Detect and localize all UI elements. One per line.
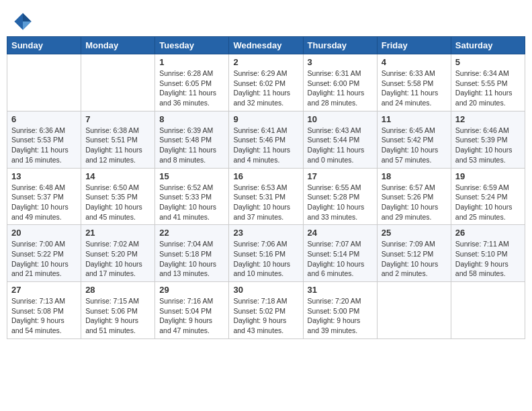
day-info: Sunrise: 6:52 AM Sunset: 5:33 PM Dayligh… [159, 183, 224, 222]
calendar-cell: 2Sunrise: 6:29 AM Sunset: 6:02 PM Daylig… [229, 54, 303, 111]
day-number: 16 [233, 171, 298, 181]
day-number: 19 [455, 171, 521, 181]
calendar-cell: 14Sunrise: 6:50 AM Sunset: 5:35 PM Dayli… [81, 168, 155, 225]
day-info: Sunrise: 7:06 AM Sunset: 5:16 PM Dayligh… [233, 239, 298, 279]
calendar-cell: 1Sunrise: 6:28 AM Sunset: 6:05 PM Daylig… [155, 54, 229, 111]
day-number: 22 [159, 228, 224, 238]
col-header-wednesday: Wednesday [229, 37, 303, 54]
calendar-cell: 20Sunrise: 7:00 AM Sunset: 5:22 PM Dayli… [7, 225, 81, 282]
calendar-cell: 21Sunrise: 7:02 AM Sunset: 5:20 PM Dayli… [81, 225, 155, 282]
calendar-cell: 10Sunrise: 6:43 AM Sunset: 5:44 PM Dayli… [303, 111, 377, 168]
day-number: 2 [233, 57, 298, 67]
day-info: Sunrise: 7:09 AM Sunset: 5:12 PM Dayligh… [382, 239, 447, 279]
day-number: 6 [11, 114, 77, 124]
calendar-cell: 22Sunrise: 7:04 AM Sunset: 5:18 PM Dayli… [155, 225, 229, 282]
calendar-cell: 29Sunrise: 7:16 AM Sunset: 5:04 PM Dayli… [155, 282, 229, 339]
calendar-cell: 17Sunrise: 6:55 AM Sunset: 5:28 PM Dayli… [303, 168, 377, 225]
day-number: 24 [308, 228, 373, 238]
day-number: 17 [308, 171, 373, 181]
logo-icon [13, 12, 32, 31]
calendar-cell: 3Sunrise: 6:31 AM Sunset: 6:00 PM Daylig… [303, 54, 377, 111]
calendar-cell: 18Sunrise: 6:57 AM Sunset: 5:26 PM Dayli… [377, 168, 451, 225]
calendar-cell: 27Sunrise: 7:13 AM Sunset: 5:08 PM Dayli… [7, 282, 81, 339]
day-number: 8 [159, 114, 224, 124]
day-number: 26 [455, 228, 521, 238]
calendar-table: SundayMondayTuesdayWednesdayThursdayFrid… [7, 36, 525, 339]
calendar-cell: 16Sunrise: 6:53 AM Sunset: 5:31 PM Dayli… [229, 168, 303, 225]
day-info: Sunrise: 6:57 AM Sunset: 5:26 PM Dayligh… [382, 183, 447, 222]
day-number: 10 [308, 114, 373, 124]
day-number: 9 [233, 114, 298, 124]
calendar-cell: 12Sunrise: 6:46 AM Sunset: 5:39 PM Dayli… [451, 111, 525, 168]
day-number: 14 [85, 171, 150, 181]
calendar-cell: 28Sunrise: 7:15 AM Sunset: 5:06 PM Dayli… [81, 282, 155, 339]
calendar-week-row: 27Sunrise: 7:13 AM Sunset: 5:08 PM Dayli… [7, 282, 525, 339]
day-number: 3 [308, 57, 373, 67]
day-info: Sunrise: 7:15 AM Sunset: 5:06 PM Dayligh… [85, 296, 150, 336]
day-info: Sunrise: 6:46 AM Sunset: 5:39 PM Dayligh… [455, 126, 521, 165]
calendar-cell: 19Sunrise: 6:59 AM Sunset: 5:24 PM Dayli… [451, 168, 525, 225]
day-info: Sunrise: 6:55 AM Sunset: 5:28 PM Dayligh… [308, 183, 373, 222]
day-info: Sunrise: 6:45 AM Sunset: 5:42 PM Dayligh… [382, 126, 447, 165]
day-info: Sunrise: 6:28 AM Sunset: 6:05 PM Dayligh… [159, 68, 224, 108]
calendar-cell: 31Sunrise: 7:20 AM Sunset: 5:00 PM Dayli… [303, 282, 377, 339]
calendar-cell: 8Sunrise: 6:39 AM Sunset: 5:48 PM Daylig… [155, 111, 229, 168]
day-info: Sunrise: 7:04 AM Sunset: 5:18 PM Dayligh… [159, 239, 224, 279]
day-info: Sunrise: 6:59 AM Sunset: 5:24 PM Dayligh… [455, 183, 521, 222]
day-info: Sunrise: 6:34 AM Sunset: 5:55 PM Dayligh… [455, 68, 521, 108]
calendar-cell [377, 282, 451, 339]
day-number: 12 [455, 114, 521, 124]
logo [13, 12, 35, 31]
calendar-cell: 30Sunrise: 7:18 AM Sunset: 5:02 PM Dayli… [229, 282, 303, 339]
svg-marker-2 [23, 21, 32, 30]
calendar-cell: 5Sunrise: 6:34 AM Sunset: 5:55 PM Daylig… [451, 54, 525, 111]
day-info: Sunrise: 7:18 AM Sunset: 5:02 PM Dayligh… [233, 296, 298, 336]
day-number: 11 [382, 114, 447, 124]
day-info: Sunrise: 6:48 AM Sunset: 5:37 PM Dayligh… [11, 183, 77, 222]
day-number: 28 [85, 285, 150, 295]
calendar-header-row: SundayMondayTuesdayWednesdayThursdayFrid… [7, 37, 525, 54]
day-number: 27 [11, 285, 77, 295]
day-info: Sunrise: 6:36 AM Sunset: 5:53 PM Dayligh… [11, 126, 77, 165]
day-info: Sunrise: 6:33 AM Sunset: 5:58 PM Dayligh… [382, 68, 447, 108]
svg-marker-1 [23, 13, 32, 21]
day-number: 25 [382, 228, 447, 238]
col-header-tuesday: Tuesday [155, 37, 229, 54]
calendar-cell: 15Sunrise: 6:52 AM Sunset: 5:33 PM Dayli… [155, 168, 229, 225]
col-header-sunday: Sunday [7, 37, 81, 54]
day-info: Sunrise: 6:53 AM Sunset: 5:31 PM Dayligh… [233, 183, 298, 222]
day-info: Sunrise: 7:16 AM Sunset: 5:04 PM Dayligh… [159, 296, 224, 336]
col-header-monday: Monday [81, 37, 155, 54]
day-number: 4 [382, 57, 447, 67]
day-info: Sunrise: 7:07 AM Sunset: 5:14 PM Dayligh… [308, 239, 373, 279]
day-number: 18 [382, 171, 447, 181]
calendar-cell: 11Sunrise: 6:45 AM Sunset: 5:42 PM Dayli… [377, 111, 451, 168]
day-number: 5 [455, 57, 521, 67]
col-header-saturday: Saturday [451, 37, 525, 54]
calendar-cell: 26Sunrise: 7:11 AM Sunset: 5:10 PM Dayli… [451, 225, 525, 282]
day-info: Sunrise: 6:41 AM Sunset: 5:46 PM Dayligh… [233, 126, 298, 165]
day-info: Sunrise: 6:31 AM Sunset: 6:00 PM Dayligh… [308, 68, 373, 108]
day-info: Sunrise: 7:20 AM Sunset: 5:00 PM Dayligh… [308, 296, 373, 336]
day-info: Sunrise: 6:29 AM Sunset: 6:02 PM Dayligh… [233, 68, 298, 108]
calendar-cell: 4Sunrise: 6:33 AM Sunset: 5:58 PM Daylig… [377, 54, 451, 111]
col-header-friday: Friday [377, 37, 451, 54]
day-number: 21 [85, 228, 150, 238]
col-header-thursday: Thursday [303, 37, 377, 54]
calendar-cell: 13Sunrise: 6:48 AM Sunset: 5:37 PM Dayli… [7, 168, 81, 225]
day-info: Sunrise: 6:39 AM Sunset: 5:48 PM Dayligh… [159, 126, 224, 165]
calendar-cell: 25Sunrise: 7:09 AM Sunset: 5:12 PM Dayli… [377, 225, 451, 282]
day-number: 31 [308, 285, 373, 295]
day-number: 15 [159, 171, 224, 181]
calendar-week-row: 13Sunrise: 6:48 AM Sunset: 5:37 PM Dayli… [7, 168, 525, 225]
calendar-cell: 7Sunrise: 6:38 AM Sunset: 5:51 PM Daylig… [81, 111, 155, 168]
day-number: 7 [85, 114, 150, 124]
calendar-cell: 6Sunrise: 6:36 AM Sunset: 5:53 PM Daylig… [7, 111, 81, 168]
calendar-week-row: 20Sunrise: 7:00 AM Sunset: 5:22 PM Dayli… [7, 225, 525, 282]
day-number: 23 [233, 228, 298, 238]
calendar-week-row: 6Sunrise: 6:36 AM Sunset: 5:53 PM Daylig… [7, 111, 525, 168]
page-header [7, 7, 525, 34]
day-info: Sunrise: 7:00 AM Sunset: 5:22 PM Dayligh… [11, 239, 77, 279]
day-number: 30 [233, 285, 298, 295]
day-info: Sunrise: 6:43 AM Sunset: 5:44 PM Dayligh… [308, 126, 373, 165]
